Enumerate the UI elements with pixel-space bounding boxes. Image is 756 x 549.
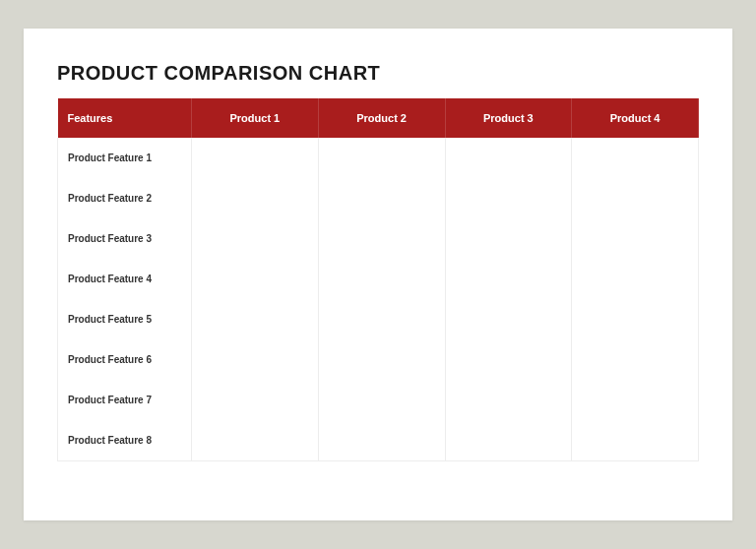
cell — [572, 339, 699, 380]
cell — [572, 420, 699, 460]
cell — [445, 259, 572, 299]
cell — [192, 339, 319, 380]
cell — [445, 218, 572, 259]
feature-label: Product Feature 1 — [58, 138, 192, 178]
cell — [318, 339, 445, 380]
cell — [318, 138, 445, 178]
feature-label: Product Feature 3 — [58, 218, 192, 259]
feature-label: Product Feature 7 — [58, 380, 192, 420]
cell — [572, 178, 699, 218]
table-row: Product Feature 4 — [58, 259, 699, 299]
cell — [318, 218, 445, 259]
cell — [445, 339, 572, 380]
cell — [192, 380, 319, 420]
feature-label: Product Feature 2 — [58, 178, 192, 218]
col-header-product-1: Product 1 — [192, 98, 319, 138]
feature-label: Product Feature 6 — [58, 339, 192, 380]
cell — [572, 299, 699, 339]
cell — [192, 178, 319, 218]
cell — [572, 259, 699, 299]
table-row: Product Feature 6 — [58, 339, 699, 380]
table-row: Product Feature 7 — [58, 380, 699, 420]
cell — [445, 299, 572, 339]
col-header-features: Features — [58, 98, 192, 138]
cell — [318, 299, 445, 339]
document-page: PRODUCT COMPARISON CHART Features Produc… — [24, 29, 732, 520]
cell — [318, 259, 445, 299]
col-header-product-2: Product 2 — [318, 98, 445, 138]
cell — [572, 218, 699, 259]
cell — [445, 138, 572, 178]
cell — [445, 178, 572, 218]
cell — [192, 138, 319, 178]
cell — [572, 138, 699, 178]
page-title: PRODUCT COMPARISON CHART — [57, 62, 699, 85]
col-header-product-4: Product 4 — [572, 98, 699, 138]
comparison-table: Features Product 1 Product 2 Product 3 P… — [57, 98, 699, 461]
table-header-row: Features Product 1 Product 2 Product 3 P… — [58, 98, 699, 138]
cell — [192, 218, 319, 259]
cell — [318, 420, 445, 460]
table-row: Product Feature 5 — [58, 299, 699, 339]
table-row: Product Feature 1 — [58, 138, 699, 178]
cell — [318, 380, 445, 420]
cell — [445, 420, 572, 460]
table-row: Product Feature 8 — [58, 420, 699, 460]
feature-label: Product Feature 8 — [58, 420, 192, 460]
cell — [445, 380, 572, 420]
cell — [318, 178, 445, 218]
feature-label: Product Feature 5 — [58, 299, 192, 339]
cell — [192, 259, 319, 299]
cell — [192, 420, 319, 460]
table-row: Product Feature 3 — [58, 218, 699, 259]
feature-label: Product Feature 4 — [58, 259, 192, 299]
cell — [192, 299, 319, 339]
cell — [572, 380, 699, 420]
col-header-product-3: Product 3 — [445, 98, 572, 138]
table-row: Product Feature 2 — [58, 178, 699, 218]
